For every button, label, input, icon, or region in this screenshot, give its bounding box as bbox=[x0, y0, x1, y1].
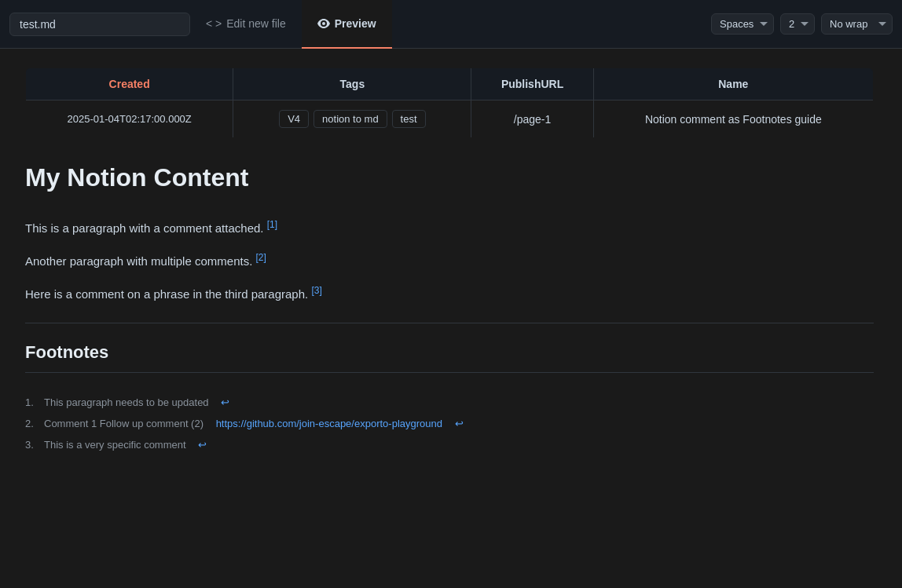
paragraph-3-text: Here is a comment on a phrase in the thi… bbox=[25, 287, 308, 301]
paragraph-1-text: This is a paragraph with a comment attac… bbox=[25, 221, 264, 235]
main-content: Created Tags PublishURL Name 2025-01-04T… bbox=[0, 49, 902, 474]
tag-notion-to-md: notion to md bbox=[314, 110, 387, 128]
toolbar-right: Spaces 2 4 8 No wrap Soft wrap bbox=[711, 13, 893, 35]
paragraph-2: Another paragraph with multiple comments… bbox=[25, 250, 874, 271]
footnotes-heading: Footnotes bbox=[25, 342, 874, 363]
fn-number-3: 3. bbox=[25, 439, 39, 451]
col-header-tags: Tags bbox=[233, 68, 471, 100]
data-table: Created Tags PublishURL Name 2025-01-04T… bbox=[25, 68, 874, 138]
created-cell: 2025-01-04T02:17:00.000Z bbox=[26, 100, 233, 138]
preview-content: Created Tags PublishURL Name 2025-01-04T… bbox=[25, 68, 874, 455]
col-header-publishurl: PublishURL bbox=[471, 68, 593, 100]
fn-back-2[interactable]: ↩ bbox=[455, 418, 464, 429]
fn-link-2[interactable]: https://github.com/join-escape/exporto-p… bbox=[216, 418, 442, 429]
paragraph-2-text: Another paragraph with multiple comments… bbox=[25, 254, 252, 268]
tab-preview-label: Preview bbox=[335, 17, 376, 30]
tags-cell: V4 notion to md test bbox=[233, 100, 471, 138]
paragraph-1: This is a paragraph with a comment attac… bbox=[25, 217, 874, 238]
footnote-item-3: 3. This is a very specific comment ↩ bbox=[25, 434, 874, 455]
tab-edit-label: Edit new file bbox=[226, 17, 285, 30]
tags-container: V4 notion to md test bbox=[246, 110, 458, 128]
table-row: 2025-01-04T02:17:00.000Z V4 notion to md… bbox=[26, 100, 874, 138]
fn-back-3[interactable]: ↩ bbox=[198, 439, 207, 451]
indent-select[interactable]: 2 4 8 bbox=[780, 13, 815, 35]
footnotes-divider bbox=[25, 372, 874, 373]
spaces-select[interactable]: Spaces bbox=[711, 13, 774, 35]
content-divider bbox=[25, 323, 874, 323]
footnote-ref-3[interactable]: [3] bbox=[311, 285, 321, 296]
top-bar: < > Edit new file Preview Spaces 2 4 8 N… bbox=[0, 0, 902, 49]
fn-back-1[interactable]: ↩ bbox=[221, 396, 229, 408]
name-cell: Notion comment as Footnotes guide bbox=[593, 100, 873, 138]
wrap-select[interactable]: No wrap Soft wrap bbox=[821, 13, 893, 35]
preview-heading: My Notion Content bbox=[25, 163, 874, 202]
tab-preview[interactable]: Preview bbox=[302, 0, 392, 49]
col-header-created: Created bbox=[26, 68, 233, 100]
paragraph-3: Here is a comment on a phrase in the thi… bbox=[25, 283, 874, 304]
publishurl-cell: /page-1 bbox=[471, 100, 593, 138]
fn-number-2: 2. bbox=[25, 418, 39, 429]
footnotes-list: 1. This paragraph needs to be updated ↩ … bbox=[25, 392, 874, 455]
fn-text-3: This is a very specific comment bbox=[44, 439, 186, 451]
footnote-item-2: 2. Comment 1 Follow up comment (2) https… bbox=[25, 413, 874, 434]
preview-icon bbox=[317, 17, 330, 30]
tag-test: test bbox=[392, 110, 426, 128]
tab-edit[interactable]: < > Edit new file bbox=[190, 0, 302, 49]
filename-input[interactable] bbox=[9, 13, 190, 36]
fn-text-1: This paragraph needs to be updated bbox=[44, 396, 209, 408]
footnote-item-1: 1. This paragraph needs to be updated ↩ bbox=[25, 392, 874, 413]
fn-number-1: 1. bbox=[25, 396, 39, 408]
col-header-name: Name bbox=[593, 68, 873, 100]
footnote-ref-1[interactable]: [1] bbox=[267, 219, 277, 230]
tag-v4: V4 bbox=[279, 110, 309, 128]
code-icon: < > bbox=[206, 17, 222, 30]
fn-text-2: Comment 1 Follow up comment (2) bbox=[44, 418, 204, 429]
footnote-ref-2[interactable]: [2] bbox=[255, 252, 266, 263]
